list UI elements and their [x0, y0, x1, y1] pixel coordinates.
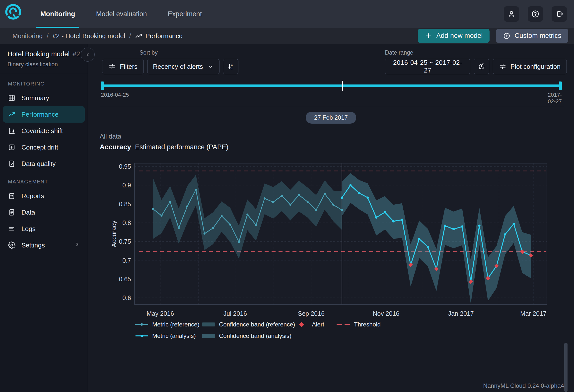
threshold-dash-icon [337, 324, 350, 325]
legend-metric-reference[interactable]: Metric (reference) [135, 321, 202, 328]
breadcrumb-model[interactable]: #2 - Hotel Booking model [53, 32, 125, 40]
date-range-input[interactable]: 2016-04-25 ~ 2017-02-27 [385, 59, 470, 74]
performance-chart[interactable]: 0.950.90.850.80.750.70.650.6May 2016Jul … [110, 161, 548, 324]
add-new-model-button[interactable]: Add new model [418, 29, 490, 43]
model-number: #2 [72, 50, 80, 58]
band-swatch-icon [202, 322, 215, 326]
legend-alert[interactable]: Alert [299, 321, 337, 328]
chevron-down-icon [207, 63, 214, 70]
add-new-model-label: Add new model [436, 32, 483, 40]
breadcrumb-separator: / [47, 32, 48, 40]
user-button[interactable] [504, 6, 519, 22]
sort-direction-button[interactable]: a z [223, 59, 238, 74]
metric-title: Accuracy Estimated performance (PAPE) [100, 143, 228, 151]
sidebar: Hotel Booking model#2 Binary classificat… [0, 44, 88, 392]
legend-metric-analysis[interactable]: Metric (analysis) [135, 332, 202, 339]
plus-icon [425, 32, 432, 40]
help-icon [531, 10, 540, 18]
sidebar-item-covariate-shift[interactable]: Covariate shift [0, 123, 88, 139]
sidebar-item-data[interactable]: Data [0, 204, 88, 221]
toolbar-left: Filters Recency of alerts a z [102, 59, 238, 74]
sidebar-item-summary[interactable]: Summary [0, 90, 88, 106]
chevron-right-icon [74, 241, 80, 247]
sidebar-item-settings[interactable]: Settings [0, 237, 88, 253]
sidebar-item-label: Covariate shift [21, 127, 63, 135]
sidebar-collapse-button[interactable] [81, 48, 95, 62]
selected-date-pill[interactable]: 27 Feb 2017 [306, 112, 356, 124]
svg-text:z: z [231, 67, 233, 70]
settings-expand[interactable] [74, 241, 80, 249]
plot-configuration-button[interactable]: Plot configuration [493, 59, 567, 74]
sidebar-item-reports[interactable]: Reports [0, 188, 88, 204]
breadcrumb-root[interactable]: Monitoring [12, 32, 43, 40]
slider-handle-start[interactable] [101, 81, 104, 90]
sort-by-label: Sort by [140, 49, 158, 56]
tab-monitoring[interactable]: Monitoring [40, 0, 75, 28]
gear-icon [8, 241, 15, 249]
sidebar-item-label: Logs [21, 225, 35, 233]
sort-dropdown-value: Recency of alerts [153, 63, 203, 71]
sidebar-item-label: Summary [21, 94, 49, 102]
svg-text:0.7: 0.7 [122, 257, 131, 264]
filters-label: Filters [120, 63, 138, 71]
help-button[interactable] [528, 6, 543, 22]
filters-button[interactable]: Filters [102, 59, 144, 74]
scope-label: All data [100, 133, 121, 140]
custom-metrics-button[interactable]: Custom metrics [496, 29, 568, 43]
vertical-scrollbar[interactable] [564, 343, 568, 392]
tab-model-evaluation[interactable]: Model evaluation [95, 0, 147, 28]
logout-button[interactable] [552, 6, 567, 22]
sidebar-item-label: Performance [21, 111, 59, 118]
sliders-icon [108, 63, 116, 70]
sidebar-item-logs[interactable]: Logs [0, 221, 88, 237]
sidebar-item-label: Data [21, 209, 35, 216]
sidebar-item-performance[interactable]: Performance [3, 106, 85, 123]
document-icon [8, 209, 15, 216]
sidebar-item-label: Settings [21, 241, 45, 249]
sort-dropdown[interactable]: Recency of alerts [147, 59, 219, 74]
metric-subtitle: Estimated performance (PAPE) [135, 143, 228, 151]
legend-label: Threshold [354, 321, 381, 328]
slider-handle-end[interactable] [559, 81, 562, 90]
breadcrumb-bar: Monitoring / #2 - Hotel Booking model / … [0, 28, 574, 44]
svg-text:0.85: 0.85 [119, 201, 131, 208]
version-label: NannyML Cloud 0.24.0-alpha4 [483, 382, 564, 389]
sort-az-icon: a z [227, 63, 234, 70]
chart-legend: Metric (reference) Confidence band (refe… [135, 320, 381, 340]
svg-text:Jan 2017: Jan 2017 [448, 310, 474, 317]
model-name: Hotel Booking model#2 [7, 50, 81, 58]
svg-text:May 2016: May 2016 [147, 310, 174, 317]
breadcrumb-current: Performance [135, 32, 183, 40]
legend-threshold[interactable]: Threshold [337, 321, 381, 328]
slider-start-label: 2016-04-25 [101, 92, 129, 98]
svg-text:Accuracy: Accuracy [110, 221, 118, 247]
metric-name: Accuracy [100, 143, 131, 151]
date-range-slider[interactable] [101, 81, 562, 91]
reset-date-range-button[interactable] [474, 59, 489, 74]
sidebar-item-concept-drift[interactable]: Concept drift [0, 139, 88, 156]
bar-chart-icon [8, 127, 15, 135]
svg-text:Sep 2016: Sep 2016 [298, 310, 325, 317]
sidebar-item-data-quality[interactable]: Data quality [0, 156, 88, 172]
legend-band-reference[interactable]: Confidence band (reference) [202, 321, 299, 328]
slider-track[interactable] [101, 84, 562, 87]
tab-experiment[interactable]: Experiment [167, 0, 203, 28]
cursor-pill-row: 27 Feb 2017 [88, 112, 574, 124]
legend-band-analysis[interactable]: Confidence band (analysis) [202, 332, 299, 339]
svg-text:Mar 2017: Mar 2017 [520, 310, 547, 317]
lines-icon [8, 225, 15, 233]
svg-text:0.8: 0.8 [122, 219, 131, 226]
svg-text:0.75: 0.75 [119, 238, 131, 245]
line-swatch-icon [135, 323, 148, 325]
trend-up-icon [135, 32, 143, 40]
svg-text:0.6: 0.6 [122, 294, 131, 301]
sidebar-item-label: Concept drift [21, 144, 58, 151]
legend-label: Metric (analysis) [152, 332, 196, 339]
legend-label: Metric (reference) [152, 321, 199, 328]
breadcrumb: Monitoring / #2 - Hotel Booking model / … [12, 32, 183, 40]
toolbar-right: 2016-04-25 ~ 2017-02-27 Plot configurati… [385, 59, 567, 74]
svg-text:0.65: 0.65 [119, 276, 131, 283]
slider-cursor[interactable] [342, 81, 343, 91]
main-content: Sort by Filters Recency of alerts a z Da… [88, 44, 574, 392]
svg-text:a: a [231, 64, 233, 67]
